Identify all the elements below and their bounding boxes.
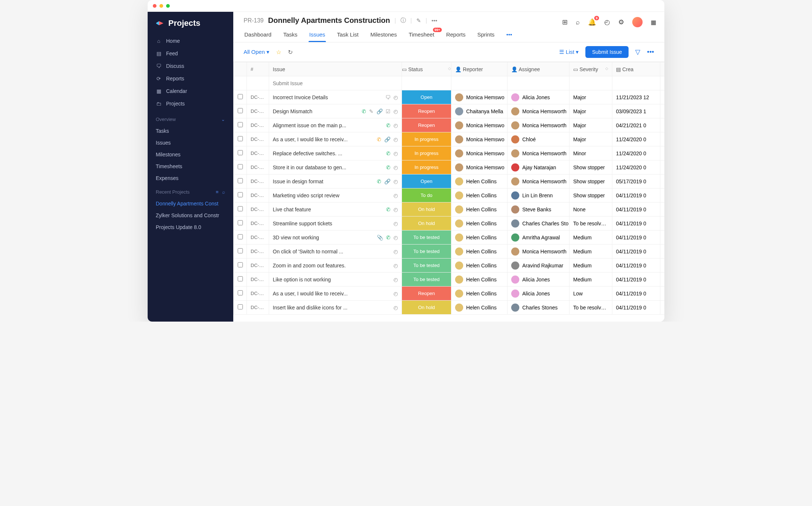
reporter[interactable]: Helen Collins [455, 261, 503, 270]
close-window-icon[interactable] [153, 4, 156, 8]
row-checkbox[interactable] [238, 136, 243, 141]
tabs-more-icon[interactable]: ••• [506, 28, 513, 42]
timer-icon[interactable]: ◴ [393, 221, 398, 226]
call-grn-icon[interactable]: ✆ [386, 150, 390, 156]
issue-title[interactable]: Streamline support tickets [273, 221, 393, 226]
col-assignee[interactable]: 👤 Assignee [508, 62, 570, 76]
nav-item-home[interactable]: ⌂ Home [148, 35, 233, 47]
minimize-window-icon[interactable] [159, 4, 163, 8]
row-checkbox[interactable] [238, 192, 243, 197]
col-number[interactable]: # [247, 62, 269, 76]
reporter[interactable]: Monica Hemswo [455, 135, 503, 143]
apps-grid-icon[interactable]: ▦ [651, 19, 656, 26]
issue-title[interactable]: As a user, I would like to receiv... [273, 136, 377, 142]
assignee[interactable]: Ajay Natarajan [511, 163, 565, 171]
timer-icon[interactable]: ◴ [393, 291, 398, 297]
tab-tasks[interactable]: Tasks [282, 28, 298, 42]
status-badge[interactable]: Reopen [402, 118, 451, 132]
timer-icon[interactable]: ◴ [393, 94, 398, 100]
reporter[interactable]: Helen Collins [455, 304, 503, 312]
assignee[interactable]: Amritha Agrawal [511, 233, 565, 242]
status-badge[interactable]: Open [402, 90, 451, 104]
issue-title[interactable]: Live chat feature [273, 207, 386, 212]
subnav-issues[interactable]: Issues [148, 137, 233, 149]
add-icon[interactable]: ⊞ [562, 18, 568, 26]
reporter[interactable]: Monica Hemswo [455, 121, 503, 129]
call-grn-icon[interactable]: ✆ [386, 164, 390, 170]
issue-row[interactable]: DC-I72 Alignment issue on the main p... … [234, 118, 665, 132]
timer-icon[interactable]: ◴ [393, 150, 398, 156]
issue-row[interactable]: DC-I90 Design Mismatch ✆✎🔗☑◴ Reopen Chai… [234, 104, 665, 118]
edit-icon[interactable]: ✎ [416, 17, 421, 24]
col-status[interactable]: ▭ Status◇ [402, 62, 451, 76]
col-severity[interactable]: ▭ Severity◇ [570, 62, 612, 76]
issue-title[interactable]: As a user, I would like to receiv... [273, 291, 393, 297]
filter-icon[interactable]: ▽ [635, 48, 640, 56]
assignee[interactable]: Monica Hemsworth [511, 121, 565, 129]
assignee[interactable]: Alicia Jones [511, 93, 565, 101]
recent-project-item[interactable]: Donnelly Apartments Const [148, 198, 233, 209]
timer-icon[interactable]: ◴ [393, 108, 398, 114]
notification-icon[interactable]: 🔔9 [588, 18, 596, 26]
refresh-icon[interactable]: ↻ [288, 49, 293, 56]
comment-icon[interactable]: 🗨 [385, 94, 390, 100]
assignee[interactable]: Monica Hemsworth [511, 177, 565, 186]
timer-icon[interactable]: ◴ [393, 305, 398, 311]
issue-title[interactable]: Marketing video script review [273, 193, 393, 198]
reporter[interactable]: Helen Collins [455, 275, 503, 284]
status-badge[interactable]: To be tested [402, 273, 451, 286]
reporter[interactable]: Helen Collins [455, 233, 503, 242]
row-checkbox[interactable] [238, 262, 243, 267]
issue-title[interactable]: Insert like and dislike icons for ... [273, 305, 393, 311]
settings-icon[interactable]: ≡ [216, 189, 219, 195]
issue-row[interactable]: DC-I51 As a user, I would like to receiv… [234, 287, 665, 301]
col-created[interactable]: ▤ Crea [612, 62, 660, 76]
issue-title[interactable]: Zoom in and zoom out features. [273, 263, 393, 268]
assignee[interactable]: Charles Stones [511, 304, 565, 312]
tab-reports[interactable]: Reports [445, 28, 467, 42]
issue-row[interactable]: DC-I68 As a user, I would like to receiv… [234, 132, 665, 146]
col-reporter[interactable]: 👤 Reporter [451, 62, 508, 76]
check-icon[interactable]: ☑ [386, 108, 390, 114]
timer-icon[interactable]: ◴ [393, 263, 398, 268]
issue-title[interactable]: Alignment issue on the main p... [273, 122, 386, 128]
edit-icon[interactable]: ✎ [369, 108, 374, 114]
status-badge[interactable]: On hold [402, 301, 451, 314]
issue-row[interactable]: DC-I66 Store it in our database to gen..… [234, 160, 665, 174]
timer-icon[interactable]: ◴ [393, 207, 398, 212]
nav-item-calendar[interactable]: ▦ Calendar [148, 85, 233, 97]
timer-icon[interactable]: ◴ [393, 193, 398, 198]
status-badge[interactable]: On hold [402, 216, 451, 230]
row-checkbox[interactable] [238, 108, 243, 113]
reporter[interactable]: Helen Collins [455, 205, 503, 214]
recent-project-item[interactable]: Projects Update 8.0 [148, 221, 233, 233]
subnav-milestones[interactable]: Milestones [148, 149, 233, 160]
reporter[interactable]: Helen Collins [455, 247, 503, 256]
issue-row[interactable]: DC-I52 Like option is not working ◴ To b… [234, 273, 665, 287]
status-badge[interactable]: On hold [402, 202, 451, 216]
overview-section-header[interactable]: Overview ⌄ [148, 111, 233, 125]
row-checkbox[interactable] [238, 122, 243, 127]
assignee[interactable]: Monica Hemsworth [511, 247, 565, 256]
assignee[interactable]: Lin Lin Brenn [511, 191, 565, 200]
status-badge[interactable]: To be tested [402, 231, 451, 244]
issue-row[interactable]: DC-I50 Insert like and dislike icons for… [234, 301, 665, 315]
issue-title[interactable]: Design Mismatch [273, 108, 362, 114]
reporter[interactable]: Helen Collins [455, 219, 503, 228]
tab-issues[interactable]: Issues [309, 28, 326, 42]
timer-icon[interactable]: ◴ [604, 18, 610, 26]
call-grn-icon[interactable]: ✆ [386, 207, 390, 212]
call-grn-icon[interactable]: ✆ [386, 235, 390, 240]
more-options-icon[interactable]: ••• [647, 48, 654, 56]
assignee[interactable]: Aravind Rajkumar [511, 261, 565, 270]
row-checkbox[interactable] [238, 164, 243, 169]
nav-item-discuss[interactable]: 🗨 Discuss [148, 60, 233, 72]
issue-row[interactable]: DC-I61 Marketing video script review ◴ T… [234, 188, 665, 202]
timer-icon[interactable]: ◴ [393, 179, 398, 184]
row-checkbox[interactable] [238, 290, 243, 295]
issue-title[interactable]: Like option is not working [273, 277, 393, 283]
status-badge[interactable]: In progress [402, 132, 451, 146]
status-badge[interactable]: To be tested [402, 245, 451, 258]
row-checkbox[interactable] [238, 276, 243, 281]
reporter[interactable]: Monica Hemswo [455, 93, 503, 101]
